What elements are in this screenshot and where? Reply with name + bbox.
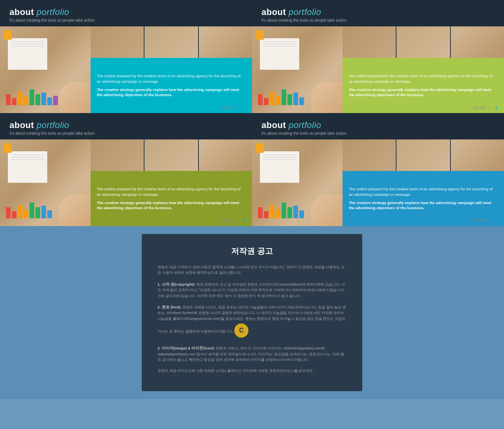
slide-5-subtitle: it's about creating the tools so people … — [261, 131, 495, 136]
slide-2-right-panel: The outline prepared by the creative tea… — [91, 26, 252, 113]
slide-2: about portfolio it's about creating the … — [0, 0, 252, 113]
slide-3-thumbnails — [343, 26, 504, 58]
slide-2-thumbnails — [91, 26, 252, 58]
thumbnail-1 — [343, 26, 396, 58]
thumbnail-3 — [199, 139, 252, 171]
thumbnail-1 — [91, 26, 144, 58]
slides-grid: about portfolio it's about creating the … — [0, 0, 504, 226]
slide-3-bold-text: The creative strategy generally explains… — [349, 87, 498, 98]
slide-4-title: about portfolio — [9, 120, 243, 130]
slide-3-title: about portfolio — [261, 7, 495, 17]
thumbnail-1 — [343, 139, 396, 171]
thumbnail-3 — [451, 139, 504, 171]
slide-5-bold-text: The creative strategy generally explains… — [349, 200, 498, 211]
slide-4-subtitle: it's about creating the tools so people … — [9, 131, 243, 136]
slide-3-main-image — [252, 26, 343, 113]
copyright-section2: 2. 폰트 (font): 콘텐츠 내에된 사진도, 한글 폰트는 내이어 나눔… — [158, 304, 346, 340]
copyright-footer: 콘텐츠 세공 라이선스에 나한 세세한 소개는 폴케이사 아이라에 거세한 콘텐… — [158, 368, 346, 373]
thumbnail-2 — [145, 139, 198, 171]
slide-4-number: SLIDE — 4 — [221, 219, 246, 223]
slide-2-subtitle: it's about creating the tools so people … — [9, 18, 243, 22]
slide-4: about portfolio it's about creating the … — [0, 113, 252, 226]
slide-3-text-box: The outline prepared by the creative tea… — [343, 58, 504, 113]
slide-3: about portfolio it's about creating the … — [252, 0, 504, 113]
slide-3-header: about portfolio it's about creating the … — [252, 0, 504, 26]
copyright-box: 저작권 공고 콘텐츠 세공 시작하기 전에 나분의 합격에 소개롭니 사내에 읽… — [142, 234, 362, 391]
slide-2-number: SLIDE — 2 — [221, 106, 246, 110]
slide-4-thumbnails — [91, 139, 252, 171]
slide-5-number: SLIDE — 5 — [473, 219, 498, 223]
thumbnail-2 — [397, 26, 450, 58]
slide-5-title: about portfolio — [261, 120, 495, 130]
slide-4-content: The outline prepared by the creative tea… — [0, 139, 252, 226]
slide-5-text-box: The outline prepared by the creative tea… — [343, 171, 504, 226]
slide-5-content: The outline prepared by the creative tea… — [252, 139, 504, 226]
slide-5: about portfolio it's about creating the … — [252, 113, 504, 226]
copyright-intro: 콘텐츠 세공 시작하기 전에 나분의 합격에 소개롭니 사내에 읽어 주시기 바… — [158, 264, 346, 276]
slide-2-title: about portfolio — [9, 7, 243, 17]
slide-3-right-panel: The outline prepared by the creative tea… — [343, 26, 504, 113]
slide-3-number: SLIDE — 3 — [473, 106, 498, 110]
slide-4-header: about portfolio it's about creating the … — [0, 113, 252, 139]
slide-2-body-text: The outline prepared by the creative tea… — [97, 73, 246, 84]
slide-5-body-text: The outline prepared by the creative tea… — [349, 186, 498, 197]
thumbnail-2 — [397, 139, 450, 171]
slide-5-header: about portfolio it's about creating the … — [252, 113, 504, 139]
thumbnail-1 — [91, 139, 144, 171]
copyright-section: 저작권 공고 콘텐츠 세공 시작하기 전에 나분의 합격에 소개롭니 사내에 읽… — [0, 226, 504, 399]
slide-2-header: about portfolio it's about creating the … — [0, 0, 252, 26]
slide-4-main-image — [0, 139, 91, 226]
copyright-title: 저작권 공고 — [158, 246, 346, 256]
thumbnail-3 — [199, 26, 252, 58]
slide-5-thumbnails — [343, 139, 504, 171]
copyright-section1: 1. 사작 권(copyright): 본은 콘텐츠의 요소 및 아작권은 콘텐… — [158, 281, 346, 299]
slide-2-main-image — [0, 26, 91, 113]
slide-4-text-box: The outline prepared by the creative tea… — [91, 171, 252, 226]
copyright-section3: 3. 이이지(image) & 아이콘(icon): 콘텐츠 내에 는 세이가,… — [158, 345, 346, 362]
slide-3-subtitle: it's about creating the tools so people … — [261, 18, 495, 22]
slide-2-content: The outline prepared by the creative tea… — [0, 26, 252, 113]
slide-4-body-text: The outline prepared by the creative tea… — [97, 186, 246, 197]
copyright-logo-c: C — [234, 323, 248, 338]
slide-4-bold-text: The creative strategy generally explains… — [97, 200, 246, 211]
slide-4-right-panel: The outline prepared by the creative tea… — [91, 139, 252, 226]
slide-3-body-text: The outline prepared by the creative tea… — [349, 73, 498, 84]
slide-5-main-image — [252, 139, 343, 226]
slide-2-text-box: The outline prepared by the creative tea… — [91, 58, 252, 113]
thumbnail-3 — [451, 26, 504, 58]
slide-3-content: The outline prepared by the creative tea… — [252, 26, 504, 113]
slide-2-bold-text: The creative strategy generally explains… — [97, 87, 246, 98]
thumbnail-2 — [145, 26, 198, 58]
slide-5-right-panel: The outline prepared by the creative tea… — [343, 139, 504, 226]
